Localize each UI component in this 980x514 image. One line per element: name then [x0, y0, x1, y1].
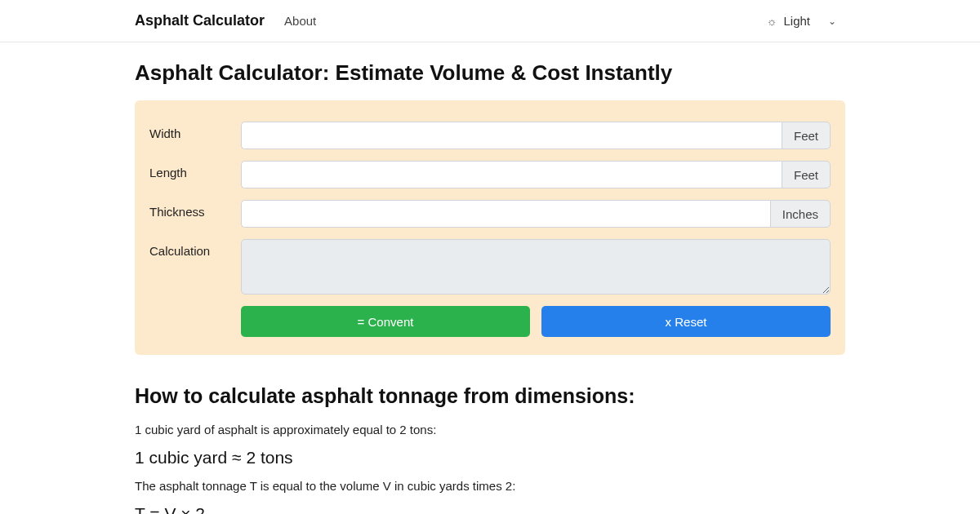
calculation-output[interactable]: [241, 239, 831, 295]
theme-switcher[interactable]: ☼ Light ⌄: [758, 10, 845, 32]
howto-formula2: T = V × 2: [135, 504, 845, 514]
length-input[interactable]: [241, 161, 782, 188]
thickness-unit[interactable]: Inches: [770, 200, 831, 228]
nav-about-link[interactable]: About: [284, 14, 316, 28]
chevron-down-icon: ⌄: [828, 16, 836, 27]
length-unit[interactable]: Feet: [782, 161, 831, 188]
thickness-label: Thickness: [149, 200, 241, 219]
howto-line2: The asphalt tonnage T is equal to the vo…: [135, 479, 845, 493]
theme-label: Light: [783, 14, 810, 28]
width-input[interactable]: [241, 122, 782, 149]
calculator-panel: Width Feet Length Feet Thickness Inches …: [135, 100, 845, 355]
width-label: Width: [149, 122, 241, 140]
width-unit[interactable]: Feet: [782, 122, 831, 149]
howto-heading: How to calculate asphalt tonnage from di…: [135, 384, 845, 408]
convert-button[interactable]: = Convent: [241, 306, 530, 337]
length-label: Length: [149, 161, 241, 179]
howto-formula1: 1 cubic yard ≈ 2 tons: [135, 448, 845, 467]
thickness-input[interactable]: [241, 200, 770, 228]
sun-icon: ☼: [767, 15, 777, 28]
brand-title[interactable]: Asphalt Calculator: [135, 12, 265, 29]
page-title: Asphalt Calculator: Estimate Volume & Co…: [135, 60, 845, 86]
calculation-label: Calculation: [149, 239, 241, 258]
reset-button[interactable]: x Reset: [541, 306, 831, 337]
howto-line1: 1 cubic yard of asphalt is approximately…: [135, 423, 845, 436]
